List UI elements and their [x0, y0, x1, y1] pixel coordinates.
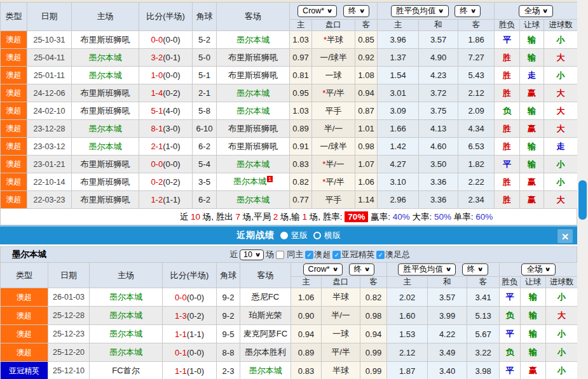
- home-team: FC首尔: [90, 362, 163, 379]
- result-handicap: 赢: [520, 173, 544, 191]
- recent-label: 近: [229, 249, 238, 260]
- avg-draw: 3.57: [419, 31, 458, 49]
- result-goals: 走: [544, 138, 578, 156]
- filter-same-home[interactable]: 同主: [276, 249, 303, 260]
- result-wdl: 胜: [495, 120, 520, 138]
- result-goals: 大: [544, 102, 578, 120]
- league-badge: 澳超: [1, 288, 48, 307]
- radio-selected-icon: [280, 232, 288, 239]
- table-row: 澳超25-12-28墨尔本城1-3(0-2)9-2珀斯光荣0.90半/一0.98…: [1, 307, 578, 325]
- result-wdl: 胜: [495, 67, 520, 84]
- avg-home: 3.10: [378, 173, 419, 191]
- corner-score: 9-2: [217, 288, 240, 307]
- avg-away: 2.12: [458, 84, 495, 102]
- score: 0-0(0-0): [139, 156, 193, 173]
- avg-home: 2.02: [387, 288, 428, 307]
- filter-australia-cup[interactable]: 澳足总: [376, 249, 410, 260]
- away-team: 布里斯班狮吼: [217, 67, 290, 84]
- result-group-header: 全场∨: [500, 263, 578, 277]
- odds-home: 0.95: [290, 84, 312, 102]
- layout-vertical-option[interactable]: 竖版: [280, 230, 308, 241]
- corner-score: 9-5: [217, 325, 240, 343]
- avg-home: 3.09: [378, 102, 419, 120]
- result-wdl: 平: [500, 362, 521, 379]
- col-avg-draw: 和: [428, 277, 467, 288]
- recent-odds-source-select[interactable]: Crow*∨: [303, 263, 343, 276]
- odds-source-select[interactable]: Crow*∨: [297, 5, 337, 17]
- avg-home: 1.42: [378, 138, 419, 156]
- result-handicap: 赢: [521, 362, 546, 379]
- league-badge: 澳超: [1, 156, 27, 173]
- table-row: 澳超24-12-06布里斯班狮吼1-4(0-2)2-1墨尔本城0.95*平/半0…: [1, 84, 578, 102]
- table-row: 澳超25-10-31布里斯班狮吼0-0(0-0)5-2墨尔本城1.03*半球0.…: [1, 31, 578, 49]
- recent-avg-final-select[interactable]: 终∨: [462, 263, 488, 276]
- recent-avg-type-select[interactable]: 胜平负均值∨: [398, 263, 456, 276]
- avg-final-select[interactable]: 终∨: [455, 5, 481, 17]
- odds-home: 0.89: [291, 343, 322, 362]
- avg-home: 2.12: [387, 343, 428, 362]
- table-row: 澳超26-01-03墨尔本城0-0(0-0)9-2悉尼FC1.06半球0.822…: [1, 288, 578, 307]
- filter-acl-elite[interactable]: 亚冠精英: [332, 249, 374, 260]
- scrollbar-thumb[interactable]: [578, 180, 587, 220]
- result-handicap: 输: [521, 325, 546, 343]
- avg-type-select[interactable]: 胜平负均值∨: [391, 5, 449, 17]
- table-row: 澳超22-03-23布里斯班狮吼1-2(1-1)6-2墨尔本城0.77平手1.1…: [1, 191, 578, 209]
- handicap: 平手: [312, 102, 355, 120]
- col-odds-home: 主: [290, 20, 312, 31]
- league-badge: 澳超: [1, 84, 27, 102]
- chevron-down-icon: ∨: [359, 6, 365, 16]
- odds-home: 0.94: [291, 325, 322, 343]
- filter-acl-elite-label: 亚冠精英: [341, 249, 374, 260]
- odds-final-value: 终: [348, 6, 357, 16]
- col-avg-home: 主: [378, 20, 419, 31]
- avg-away: 1.86: [458, 31, 495, 49]
- table-row: 澳超25-12-23墨尔本城1-1(1-1)9-5麦克阿瑟FC0.94一球0.9…: [1, 325, 578, 343]
- away-team: 布里斯班狮吼: [217, 120, 290, 138]
- league-badge: 澳超: [1, 343, 48, 362]
- layout-horizontal-option[interactable]: 横版: [313, 230, 341, 241]
- handicap: 一球: [312, 67, 355, 84]
- odds-home: 0.77: [290, 191, 312, 209]
- result-handicap: 输: [520, 102, 544, 120]
- result-goals: 大: [544, 49, 578, 67]
- odds-away: 0.94: [360, 325, 387, 343]
- away-team: 墨尔本城: [217, 84, 290, 102]
- full-match-select[interactable]: 全场∨: [519, 5, 552, 17]
- filter-a-league[interactable]: 澳超: [305, 249, 331, 260]
- handicap: *半球: [312, 31, 355, 49]
- odds-home: 0.91: [290, 138, 312, 156]
- odds-final-select[interactable]: 终∨: [343, 5, 369, 17]
- odds-away: 0.99: [360, 343, 387, 362]
- result-handicap: 输: [520, 31, 544, 49]
- recent-section-header: 墨尔本城 近 10∨ 场 同主 澳超 亚冠精英: [0, 246, 577, 262]
- corner-score: 2-1: [193, 84, 217, 102]
- close-button[interactable]: ×: [557, 229, 573, 243]
- match-date: 26-01-03: [48, 288, 90, 307]
- col-result: 胜负: [495, 20, 520, 31]
- corner-score: 3-5: [193, 173, 217, 191]
- scrollbar[interactable]: [577, 0, 588, 379]
- table-row: 澳超23-01-21布里斯班狮吼0-0(0-0)5-4墨尔本城0.83*半/一1…: [1, 156, 578, 173]
- odds-away: 1.08: [355, 67, 378, 84]
- corner-score: 5-2: [193, 31, 217, 49]
- avg-away: 5.67: [467, 325, 500, 343]
- avg-draw: 3.49: [428, 343, 467, 362]
- corner-score: 5-0: [193, 49, 217, 67]
- chevron-down-icon: ∨: [254, 250, 261, 260]
- avg-draw: 4.22: [428, 325, 467, 343]
- avg-draw: 3.36: [419, 191, 458, 209]
- away-team: 麦克阿瑟FC: [240, 325, 291, 343]
- recent-count-select[interactable]: 10∨: [240, 249, 264, 260]
- result-wdl: 平: [500, 325, 521, 343]
- result-handicap: 输: [520, 138, 544, 156]
- result-handicap: 赢: [520, 84, 544, 102]
- recent-odds-final-select[interactable]: 终∨: [349, 263, 375, 276]
- result-goals: 小: [544, 156, 578, 173]
- result-handicap: 输: [521, 307, 546, 325]
- avg-away: 2.09: [458, 102, 495, 120]
- match-date: 23-01-21: [27, 156, 72, 173]
- avg-away: 4.34: [458, 120, 495, 138]
- recent-full-match-select[interactable]: 全场∨: [521, 263, 555, 276]
- home-team: 墨尔本城: [90, 325, 163, 343]
- col-goals: 进球数: [546, 277, 578, 288]
